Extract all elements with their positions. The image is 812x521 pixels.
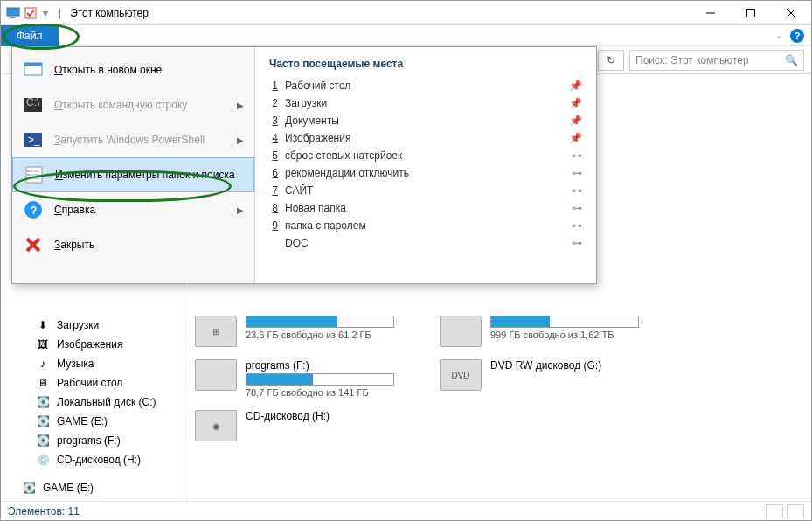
svg-point-18 bbox=[27, 174, 29, 176]
computer-icon[interactable] bbox=[6, 6, 20, 20]
place-index: 5 bbox=[269, 149, 278, 162]
tree-item[interactable]: 💽programs (F:) bbox=[1, 431, 184, 450]
place-index: 9 bbox=[269, 219, 278, 232]
place-label: DOC bbox=[285, 237, 565, 249]
help-icon[interactable]: ? bbox=[790, 29, 804, 43]
tree-item[interactable]: 🖼Изображения bbox=[1, 335, 184, 354]
place-label: Новая папка bbox=[285, 202, 565, 214]
drive-item[interactable]: DVDDVD RW дисковод (G:) bbox=[440, 359, 658, 398]
svg-text:>_: >_ bbox=[28, 134, 40, 146]
tree-item[interactable]: ⬇Загрузки bbox=[1, 316, 184, 335]
search-input[interactable]: Поиск: Этот компьютер 🔍 bbox=[629, 50, 804, 71]
drive-icon bbox=[195, 359, 237, 391]
place-label: папка с паролем bbox=[285, 219, 565, 232]
pin-icon[interactable]: ⊶ bbox=[572, 149, 582, 162]
ribbon-tabs: Файл ⌄ ? bbox=[1, 25, 811, 46]
frequent-place-item[interactable]: 7САЙТ⊶ bbox=[262, 182, 589, 199]
tree-item[interactable]: 💿CD-дисковод (H:) bbox=[1, 450, 184, 469]
svg-rect-4 bbox=[747, 9, 755, 17]
drive-free-text: 23,6 ГБ свободно из 61,2 ГБ bbox=[246, 330, 413, 340]
drive-icon bbox=[440, 316, 482, 347]
drive-item[interactable]: 999 ГБ свободно из 1,62 ТБ bbox=[440, 316, 658, 347]
tree-item-label: Загрузки bbox=[57, 319, 99, 331]
maximize-button[interactable] bbox=[731, 1, 771, 25]
svg-point-19 bbox=[27, 177, 29, 179]
frequent-place-item[interactable]: 4Изображения📌 bbox=[262, 129, 589, 147]
tree-item[interactable]: 💽Локальный диск (C:) bbox=[1, 392, 184, 412]
menu-item-icon: >_ bbox=[23, 129, 44, 150]
file-menu-item[interactable]: Закрыть bbox=[12, 227, 254, 262]
tiles-view-icon[interactable] bbox=[787, 504, 804, 518]
frequent-place-item[interactable]: 2Загрузки📌 bbox=[262, 94, 589, 112]
tree-item-icon: 💽 bbox=[36, 414, 50, 428]
menu-item-icon bbox=[23, 234, 44, 255]
tree-item-icon: 💽 bbox=[36, 434, 50, 448]
ribbon-collapse-icon[interactable]: ⌄ bbox=[775, 30, 790, 41]
file-menu-item: >_Запустить Windows PowerShell▶ bbox=[12, 122, 254, 157]
tree-item[interactable]: 💽GAME (E:) bbox=[1, 412, 184, 431]
svg-rect-0 bbox=[7, 8, 19, 16]
tree-item-icon: ⬇ bbox=[36, 318, 50, 332]
place-index: 7 bbox=[269, 184, 278, 197]
frequent-place-item[interactable]: 1Рабочий стол📌 bbox=[262, 77, 589, 94]
place-index: 4 bbox=[269, 132, 278, 144]
tree-item-label: Локальный диск (C:) bbox=[57, 396, 156, 408]
qat-dropdown-icon[interactable]: ▾ bbox=[41, 6, 50, 20]
pin-icon[interactable]: ⊶ bbox=[572, 237, 582, 249]
tree-item-label: GAME (E:) bbox=[43, 482, 94, 494]
svg-rect-8 bbox=[24, 63, 42, 66]
pinned-icon[interactable]: 📌 bbox=[569, 80, 582, 92]
pin-icon[interactable]: ⊶ bbox=[572, 167, 582, 179]
drive-item[interactable]: ⊞23,6 ГБ свободно из 61,2 ГБ bbox=[195, 316, 413, 347]
pin-icon[interactable]: ⊶ bbox=[572, 202, 582, 214]
pin-icon[interactable]: ⊶ bbox=[572, 219, 582, 232]
properties-icon[interactable] bbox=[24, 6, 38, 20]
drive-free-text: 78,7 ГБ свободно из 141 ГБ bbox=[246, 387, 413, 398]
tree-item[interactable]: 🖥Рабочий стол bbox=[1, 373, 184, 392]
drive-item[interactable]: programs (F:)78,7 ГБ свободно из 141 ГБ bbox=[195, 359, 413, 398]
frequent-place-item[interactable]: 5сброс стевых натсрйоек⊶ bbox=[262, 147, 589, 164]
close-button[interactable] bbox=[771, 1, 811, 25]
details-view-icon[interactable] bbox=[766, 504, 783, 518]
tree-item-icon: 💿 bbox=[36, 453, 50, 467]
refresh-button[interactable]: ↻ bbox=[598, 50, 624, 71]
tree-item[interactable]: ♪Музыка bbox=[1, 354, 184, 373]
frequent-place-item[interactable]: 3Документы📌 bbox=[262, 112, 589, 129]
file-menu-item[interactable]: ?Справка▶ bbox=[12, 192, 254, 227]
tree-item-label: Рабочий стол bbox=[57, 377, 122, 389]
window-controls bbox=[691, 1, 811, 25]
status-bar: Элементов: 11 bbox=[1, 501, 811, 520]
file-menu-item[interactable]: Открыть в новом окне bbox=[12, 52, 254, 87]
menu-item-icon: ? bbox=[23, 199, 44, 220]
svg-text:C:\_: C:\_ bbox=[26, 96, 44, 108]
file-tab[interactable]: Файл bbox=[1, 25, 59, 46]
menu-item-label: Изменить параметры папок и поиска bbox=[55, 169, 243, 181]
menu-item-icon bbox=[24, 164, 45, 185]
capacity-bar bbox=[490, 316, 639, 328]
pinned-icon[interactable]: 📌 bbox=[569, 132, 582, 144]
file-menu-item[interactable]: Изменить параметры папок и поиска bbox=[12, 157, 254, 192]
menu-item-label: Справка bbox=[54, 204, 226, 216]
menu-item-icon bbox=[23, 59, 44, 80]
drive-item[interactable]: ◉CD-дисковод (H:) bbox=[195, 410, 413, 441]
frequent-places-header: Часто посещаемые места bbox=[262, 54, 589, 77]
frequent-place-item[interactable]: DOC⊶ bbox=[262, 234, 589, 252]
place-label: рекомендации отключить bbox=[285, 167, 565, 179]
place-index: 1 bbox=[269, 80, 278, 92]
pinned-icon[interactable]: 📌 bbox=[569, 97, 582, 109]
place-label: Загрузки bbox=[285, 97, 562, 109]
pinned-icon[interactable]: 📌 bbox=[569, 115, 582, 127]
menu-item-label: Закрыть bbox=[54, 239, 244, 251]
drive-free-text: 999 ГБ свободно из 1,62 ТБ bbox=[490, 330, 658, 340]
frequent-place-item[interactable]: 6рекомендации отключить⊶ bbox=[262, 164, 589, 182]
svg-point-17 bbox=[27, 170, 29, 172]
drive-title: programs (F:) bbox=[246, 359, 413, 372]
separator: | bbox=[59, 7, 61, 19]
minimize-button[interactable] bbox=[691, 1, 731, 25]
view-switcher bbox=[766, 504, 804, 518]
frequent-place-item[interactable]: 8Новая папка⊶ bbox=[262, 199, 589, 217]
tree-item[interactable]: 💽 GAME (E:) bbox=[1, 478, 184, 497]
place-label: сброс стевых натсрйоек bbox=[285, 149, 565, 162]
frequent-place-item[interactable]: 9папка с паролем⊶ bbox=[262, 217, 589, 234]
pin-icon[interactable]: ⊶ bbox=[572, 184, 582, 197]
